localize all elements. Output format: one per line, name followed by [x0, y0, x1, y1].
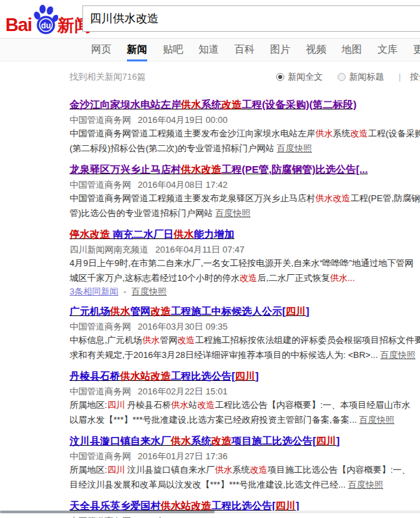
snippet-text: 项目施工比选公告【内容概要】:一、 [267, 465, 411, 475]
baidu-snapshot-link[interactable]: 百度快照 [215, 208, 251, 218]
nav-tab-百科[interactable]: 百科 [234, 38, 255, 61]
related-news-line: 3条相同新闻 - 百度快照 [70, 286, 420, 298]
result-snippet-line: (第二标段)招标公告(第二次)的专业管道招标门户网站 百度快照 [70, 141, 420, 156]
result-snippet-line: 4月9日上午9时,在市第二自来水厂,一名女工轻按电源开关,自来水“哗哗哗”地通过… [70, 256, 420, 271]
filter-row: 找到相关新闻716篇 新闻全文 新闻标题 | 按焦点 [70, 71, 420, 83]
nav-tab-更[interactable]: 更 [413, 38, 420, 61]
baidu-snapshot-link[interactable]: 百度快照 [380, 350, 415, 360]
snippet-text: 供水 [215, 465, 232, 475]
snippet-text: 所属地区: [70, 400, 107, 410]
result-source: 中国管道商务网 [70, 386, 131, 396]
result-snippet-line: 以眉水发【***】***号批准建设,比选方案已经政府投资主管部门备案,备案...… [70, 413, 420, 428]
result-title-link[interactable]: 龙泉驿区万兴乡止马店村供水改造工程(PE管,防腐钢管)比选公告[... [70, 163, 420, 176]
horizontal-scrollbar-track[interactable] [0, 511, 420, 513]
baidu-snapshot-link[interactable]: 百度快照 [132, 286, 167, 296]
result-snippet-line: 城区千家万户,这标志着经过10个小时的停水改造后,二水厂正式恢复供水... [70, 271, 420, 286]
result-title-text: 供水站改造 [161, 500, 211, 511]
snippet-text: 工程(PE管,防腐钢 [350, 193, 420, 203]
result-count: 找到相关新闻716篇 [70, 72, 146, 82]
baidu-news-logo[interactable]: Bai du 新闻 [5, 4, 91, 35]
snippet-text: 管)比选公告的专业管道招标门户网站 [70, 208, 215, 218]
baidu-snapshot-link[interactable]: 百度快照 [277, 143, 312, 153]
snippet-text: 求和有关规定,于2016年3月28日经详细评审推荐本项目的中标候选人为: <BR… [70, 350, 380, 360]
result-title-text: 供水 [181, 99, 201, 110]
snippet-text: 供水改造 [315, 193, 350, 203]
nav-tab-知道[interactable]: 知道 [199, 38, 219, 61]
result-snippet-line: 所属地区:四川 汶川县旋口镇自来水厂供水系统改造项目施工比选公告【内容概要】:一… [70, 463, 420, 477]
snippet-text: (第二标段)招标公告(第二次)的专业管道招标门户网站 [70, 143, 277, 153]
result-title-text: 汶川县漩口镇自来水厂 [70, 435, 171, 446]
main-content: 找到相关新闻716篇 新闻全文 新闻标题 | 按焦点 金沙江向家坝水电站左岸供水… [0, 71, 420, 518]
radio-news-title[interactable] [338, 73, 346, 81]
snippet-text: 丹棱县石桥 [125, 400, 172, 410]
logo-bai-text: Bai [5, 15, 32, 35]
nav-tab-地图[interactable]: 地图 [342, 38, 362, 61]
same-news-link[interactable]: 3条相同新闻 [70, 286, 118, 296]
result-title-link[interactable]: 汶川县漩口镇自来水厂供水系统改造项目施工比选公告[四川] [70, 434, 420, 448]
result-title-link[interactable]: 广元机场供水管网改造工程施工中标候选人公示[四川] [70, 305, 420, 318]
result-title-text: 停水改造 [70, 228, 110, 240]
result-item: 丹棱县石桥供水站改造工程比选公告[四川]中国管道商务网2016年02月22日 1… [70, 369, 420, 428]
result-title-text: 丹棱县石桥 [70, 370, 120, 382]
snippet-text: 4月9日上午9时,在市第二自来水厂,一名女工轻按电源开关,自来水“哗哗哗”地通过… [70, 258, 413, 268]
baidu-snapshot-link[interactable]: 百度快照 [359, 415, 394, 425]
snippet-text: 以眉水发【***】***号批准建设,比选方案已经政府投资主管部门备案,备案... [70, 415, 359, 425]
result-title-text: 南充二水厂日 [110, 228, 174, 240]
result-title-text: 项目施工比选公告[ [232, 435, 316, 446]
result-source: 中国管道商务网 [70, 451, 131, 461]
result-title-text: ] [306, 305, 309, 317]
result-meta: 中国管道商务网2016年04月19日 00:00 [70, 113, 420, 126]
result-item: 龙泉驿区万兴乡止马店村供水改造工程(PE管,防腐钢管)比选公告[...中国管道商… [70, 163, 420, 221]
radio-news-fulltext-label[interactable]: 新闻全文 [288, 72, 323, 82]
result-title-text: 供水 [171, 435, 191, 446]
nav-tab-文库[interactable]: 文库 [377, 38, 398, 61]
snippet-text: 改造 [350, 128, 368, 138]
result-item: 停水改造 南充二水厂日供水能力增加四川新闻网南充频道2016年04月11日 07… [70, 228, 420, 298]
horizontal-scrollbar-thumb[interactable] [0, 511, 215, 513]
result-title-link[interactable]: 停水改造 南充二水厂日供水能力增加 [70, 228, 420, 241]
baidu-snapshot-link[interactable]: 百度快照 [348, 480, 383, 490]
snippet-text: 系统 [232, 465, 250, 475]
result-snippet-line: 目经汶川县发展和改革局以汶发改【***】***号批准建设,比选文件已经... 百… [70, 477, 420, 492]
snippet-text: 管网 [160, 335, 178, 345]
result-item: 天全县乐英乡爱国村供水站改造工程比选公告[四川]中国管道商务网2016年 [70, 499, 420, 518]
result-title-link[interactable]: 丹棱县石桥供水站改造工程比选公告[四川] [70, 369, 420, 383]
snippet-text: 工程(设备采购) [368, 128, 420, 138]
snippet-text: 站 [188, 400, 197, 410]
result-title-text: 工程(设备采购)(第二标段) [242, 99, 357, 110]
snippet-text: 工程比选公告【内容概要】:一、本项目经眉山市水 [215, 400, 411, 410]
snippet-text: 四川 [107, 400, 125, 410]
nav-tab-网页[interactable]: 网页 [91, 38, 111, 61]
nav-tab-视频[interactable]: 视频 [306, 38, 326, 61]
nav-tab-图片[interactable]: 图片 [270, 38, 290, 61]
radio-news-title-label[interactable]: 新闻标题 [349, 72, 384, 82]
result-source: 中国管道商务网 [70, 115, 131, 125]
result-title-text: 龙泉驿区万兴乡止马店村 [70, 163, 181, 175]
nav-tab-新闻[interactable]: 新闻 [127, 38, 147, 61]
result-title-text: 工程比选公告[ [171, 370, 235, 382]
result-title-text: 供水 [174, 228, 194, 240]
header: Bai du 新闻 [0, 0, 420, 38]
result-date: 2016年01月27日 17:36 [138, 451, 228, 461]
snippet-text: 供水 [315, 128, 333, 138]
nav-tab-贴吧[interactable]: 贴吧 [163, 38, 183, 61]
result-meta: 四川新闻网南充频道2016年04月11日 07:47 [70, 243, 420, 256]
result-title-link[interactable]: 金沙江向家坝水电站左岸供水系统改造工程(设备采购)(第二标段) [70, 98, 420, 111]
sort-by-focus-link[interactable]: 按焦点 [410, 72, 420, 82]
result-date: 2016年04月19日 00:00 [138, 115, 228, 125]
search-input[interactable] [82, 5, 420, 32]
result-title-text: 供水 [110, 305, 130, 317]
snippet-text: 四川 [107, 465, 125, 475]
result-item: 广元机场供水管网改造工程施工中标候选人公示[四川]中国管道商务网2016年03月… [70, 305, 420, 363]
result-source: 中国管道商务网 [70, 321, 131, 332]
radio-news-fulltext[interactable] [276, 73, 284, 81]
snippet-text: 所属地区: [70, 465, 107, 475]
result-title-text: ] [336, 435, 340, 446]
snippet-text: 供水... [330, 273, 355, 283]
result-title-text: 能力增加 [194, 228, 234, 240]
result-meta: 中国管道商务网2016年04月08日 17:42 [70, 178, 420, 191]
result-title-text: ] [255, 370, 259, 382]
result-source: 中国管道商务网 [70, 180, 131, 190]
snippet-text: 改造 [250, 465, 267, 475]
dash-separator: - [121, 286, 129, 296]
